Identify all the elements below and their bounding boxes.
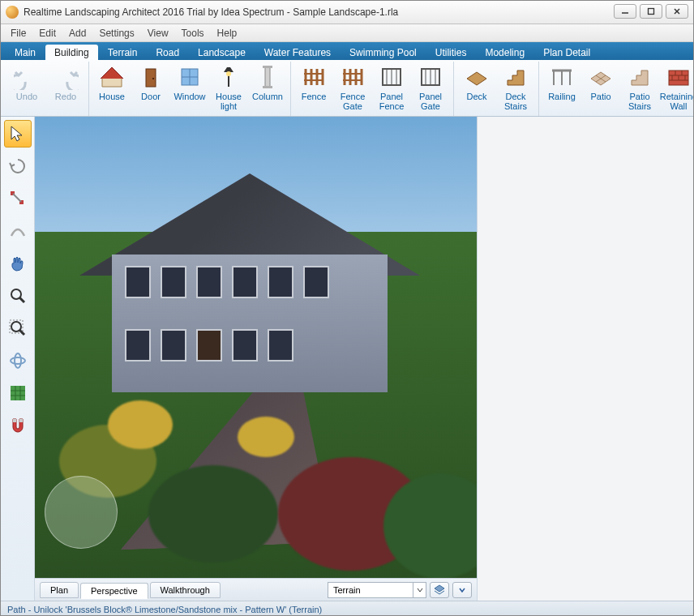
patio-icon [587, 63, 615, 91]
zoom-region-tool[interactable] [4, 314, 32, 342]
close-button[interactable] [666, 4, 688, 19]
3d-viewport[interactable] [35, 117, 477, 578]
status-text: Path - Unilock 'Brussels Block® Limeston… [7, 605, 322, 614]
rotate-tool[interactable] [4, 152, 32, 180]
layers-button[interactable] [430, 582, 449, 598]
retaining-wall-button[interactable]: RetainingWall [659, 62, 693, 116]
pan-tool[interactable] [4, 250, 32, 277]
svg-rect-1 [649, 9, 654, 15]
tab-water-features[interactable]: Water Features [255, 45, 340, 60]
tab-plan-detail[interactable]: Plan Detail [534, 45, 599, 60]
menu-settings[interactable]: Settings [92, 26, 140, 41]
fence-icon [300, 63, 328, 91]
menu-add[interactable]: Add [62, 26, 92, 41]
orbit-tool[interactable] [4, 347, 32, 374]
grid-tool[interactable] [4, 379, 32, 407]
railing-icon [548, 63, 576, 91]
properties-panel [477, 117, 693, 601]
menu-tools[interactable]: Tools [175, 26, 211, 41]
fence-gate-button[interactable]: FenceGate [333, 62, 372, 116]
menu-help[interactable]: Help [211, 26, 244, 41]
ribbon-toolbar: UndoRedoHouseDoorWindowHouselightColumnF… [1, 60, 693, 117]
undo-button[interactable]: Undo [7, 62, 46, 116]
svg-line-51 [13, 194, 21, 202]
fence-button[interactable]: Fence [294, 62, 333, 116]
layer-options-button[interactable] [452, 582, 472, 598]
tab-utilities[interactable]: Utilities [426, 45, 476, 60]
ribbon-label: PanelFence [379, 92, 405, 111]
ribbon-label: Door [141, 92, 161, 102]
panel-fence-button[interactable]: PanelFence [372, 62, 411, 116]
chevron-down-icon[interactable] [413, 583, 426, 597]
deck-stairs-button[interactable]: DeckStairs [496, 62, 535, 116]
undo-icon [13, 63, 41, 91]
deck-button[interactable]: Deck [457, 62, 496, 116]
ribbon-label: Deck [466, 92, 486, 102]
tab-main[interactable]: Main [6, 45, 45, 60]
maximize-button[interactable] [640, 4, 662, 19]
panel-icon [417, 63, 444, 91]
tab-modeling[interactable]: Modeling [476, 45, 533, 60]
ribbon-label: Window [174, 92, 205, 102]
wall-icon [665, 63, 692, 91]
svg-point-57 [11, 357, 25, 364]
ribbon-label: PatioStairs [628, 92, 651, 111]
title-bar: Realtime Landscaping Architect 2016 Tria… [1, 1, 693, 24]
tab-building[interactable]: Building [45, 45, 98, 60]
compass-overlay [45, 476, 118, 549]
door-button[interactable]: Door [131, 62, 170, 116]
layer-combo-input[interactable] [328, 585, 413, 595]
patio-button[interactable]: Patio [581, 62, 620, 116]
ribbon-label: RetainingWall [660, 92, 693, 111]
tab-landscape[interactable]: Landscape [189, 45, 255, 60]
ribbon-label: Redo [55, 92, 76, 102]
zoom-tool[interactable] [4, 282, 32, 310]
tab-road[interactable]: Road [147, 45, 188, 60]
view-tab-perspective[interactable]: Perspective [80, 583, 148, 599]
snap-tool[interactable] [4, 412, 32, 439]
ribbon-label: Houselight [216, 92, 242, 111]
ribbon-label: Railing [548, 92, 576, 102]
left-toolbar [1, 117, 35, 601]
deck-icon [463, 63, 491, 91]
menu-file[interactable]: File [4, 26, 32, 41]
ribbon-tab-strip: MainBuildingTerrainRoadLandscapeWater Fe… [1, 42, 693, 60]
window-title: Realtime Landscaping Architect 2016 Tria… [24, 6, 398, 18]
edit-points-tool[interactable] [4, 185, 32, 212]
view-tab-walkthrough[interactable]: Walkthrough [150, 582, 221, 598]
ribbon-label: Undo [16, 92, 37, 102]
layer-combo[interactable] [328, 582, 426, 598]
svg-rect-59 [11, 386, 25, 400]
svg-point-5 [152, 78, 154, 79]
svg-point-58 [15, 353, 21, 368]
house-button[interactable]: House [92, 62, 131, 116]
window-button[interactable]: Window [170, 62, 209, 116]
select-tool[interactable] [4, 120, 32, 148]
svg-rect-65 [19, 419, 23, 422]
svg-line-56 [19, 330, 24, 335]
tab-terrain[interactable]: Terrain [99, 45, 147, 60]
view-tab-plan[interactable]: Plan [40, 582, 79, 598]
minimize-button[interactable] [614, 4, 636, 19]
ribbon-label: DeckStairs [504, 92, 527, 111]
lamp-icon [215, 63, 242, 91]
column-icon [254, 63, 281, 91]
menu-view[interactable]: View [141, 26, 175, 41]
pstairs-icon [626, 63, 653, 91]
redo-icon [52, 63, 79, 91]
railing-button[interactable]: Railing [542, 62, 581, 116]
house-icon [98, 63, 126, 91]
tab-swimming-pool[interactable]: Swimming Pool [341, 45, 426, 60]
ribbon-label: Column [252, 92, 283, 102]
patio-stairs-button[interactable]: PatioStairs [620, 62, 659, 116]
curve-tool[interactable] [4, 217, 32, 245]
menu-bar: FileEditAddSettingsViewToolsHelp [1, 24, 693, 42]
door-icon [137, 63, 165, 91]
column-button[interactable]: Column [248, 62, 287, 116]
menu-edit[interactable]: Edit [32, 26, 62, 41]
redo-button[interactable]: Redo [46, 62, 85, 116]
panel-gate-button[interactable]: PanelGate [411, 62, 450, 116]
ribbon-label: Patio [590, 92, 610, 102]
house-light-button[interactable]: Houselight [209, 62, 248, 116]
svg-rect-12 [263, 66, 272, 68]
